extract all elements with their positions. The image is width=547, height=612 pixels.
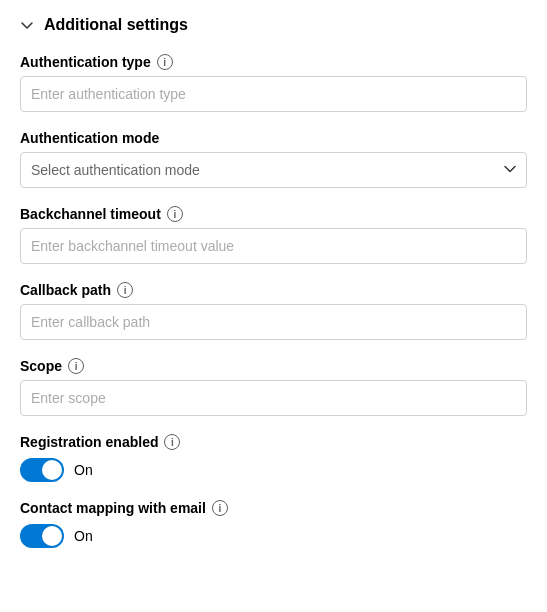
authentication-mode-select-wrapper: Select authentication mode <box>20 152 527 188</box>
authentication-mode-placeholder: Select authentication mode <box>31 162 200 178</box>
scope-label: Scope <box>20 358 62 374</box>
authentication-mode-group: Authentication mode Select authenticatio… <box>20 130 527 188</box>
section-header: Additional settings <box>20 16 527 34</box>
callback-path-label: Callback path <box>20 282 111 298</box>
authentication-mode-label-row: Authentication mode <box>20 130 527 146</box>
callback-path-group: Callback path i <box>20 282 527 340</box>
registration-enabled-toggle-thumb <box>42 460 62 480</box>
backchannel-timeout-label-row: Backchannel timeout i <box>20 206 527 222</box>
authentication-type-label: Authentication type <box>20 54 151 70</box>
authentication-mode-label: Authentication mode <box>20 130 159 146</box>
contact-mapping-info-icon[interactable]: i <box>212 500 228 516</box>
scope-input[interactable] <box>20 380 527 416</box>
collapse-chevron-icon[interactable] <box>20 18 34 32</box>
backchannel-timeout-input[interactable] <box>20 228 527 264</box>
scope-label-row: Scope i <box>20 358 527 374</box>
scope-group: Scope i <box>20 358 527 416</box>
registration-enabled-toggle[interactable] <box>20 458 64 482</box>
contact-mapping-toggle[interactable] <box>20 524 64 548</box>
contact-mapping-toggle-group: On <box>20 524 527 548</box>
callback-path-label-row: Callback path i <box>20 282 527 298</box>
section-title: Additional settings <box>44 16 188 34</box>
registration-enabled-label-row: Registration enabled i <box>20 434 527 450</box>
backchannel-timeout-group: Backchannel timeout i <box>20 206 527 264</box>
authentication-type-label-row: Authentication type i <box>20 54 527 70</box>
backchannel-timeout-info-icon[interactable]: i <box>167 206 183 222</box>
callback-path-info-icon[interactable]: i <box>117 282 133 298</box>
authentication-mode-select[interactable]: Select authentication mode <box>20 152 527 188</box>
contact-mapping-group: Contact mapping with email i On <box>20 500 527 548</box>
contact-mapping-toggle-thumb <box>42 526 62 546</box>
contact-mapping-label: Contact mapping with email <box>20 500 206 516</box>
contact-mapping-label-row: Contact mapping with email i <box>20 500 527 516</box>
registration-enabled-info-icon[interactable]: i <box>164 434 180 450</box>
registration-enabled-label: Registration enabled <box>20 434 158 450</box>
registration-enabled-state-label: On <box>74 462 93 478</box>
authentication-type-input[interactable] <box>20 76 527 112</box>
authentication-type-info-icon[interactable]: i <box>157 54 173 70</box>
contact-mapping-state-label: On <box>74 528 93 544</box>
registration-enabled-toggle-group: On <box>20 458 527 482</box>
backchannel-timeout-label: Backchannel timeout <box>20 206 161 222</box>
callback-path-input[interactable] <box>20 304 527 340</box>
scope-info-icon[interactable]: i <box>68 358 84 374</box>
authentication-type-group: Authentication type i <box>20 54 527 112</box>
registration-enabled-group: Registration enabled i On <box>20 434 527 482</box>
